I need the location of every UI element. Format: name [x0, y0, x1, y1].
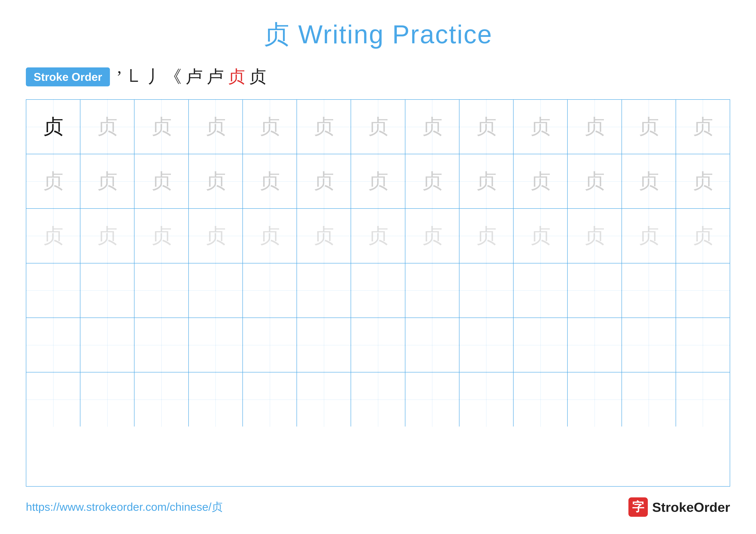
grid-cell-r4c2[interactable] — [80, 264, 134, 318]
stroke-4: 卢 — [186, 65, 203, 89]
grid-row-3: 贞 贞 贞 贞 贞 贞 贞 贞 贞 贞 贞 贞 贞 — [26, 209, 730, 263]
page-title: 贞 Writing Practice — [263, 17, 493, 52]
page-container: 贞 Writing Practice Stroke Order ’ ㇄ 丿《 卢… — [0, 0, 756, 534]
grid-cell-r4c4[interactable] — [189, 264, 243, 318]
grid-row-1: 贞 贞 贞 贞 贞 贞 贞 贞 贞 贞 贞 贞 贞 — [26, 100, 730, 154]
grid-cell-r3c13: 贞 — [676, 209, 730, 263]
grid-cell-r1c5: 贞 — [243, 100, 297, 154]
char-dark: 贞 — [43, 116, 63, 137]
grid-cell-r4c13[interactable] — [676, 264, 730, 318]
grid-cell-r6c3[interactable] — [134, 372, 189, 426]
title-text: Writing Practice — [290, 20, 493, 49]
grid-cell-r4c5[interactable] — [243, 264, 297, 318]
stroke-6: 贞 — [228, 65, 245, 89]
grid-cell-r3c6: 贞 — [297, 209, 351, 263]
grid-cell-r5c11[interactable] — [568, 318, 622, 372]
grid-cell-r3c11: 贞 — [568, 209, 622, 263]
grid-cell-r3c4: 贞 — [189, 209, 243, 263]
title-char: 贞 — [263, 20, 290, 49]
grid-cell-r1c12: 贞 — [622, 100, 676, 154]
grid-cell-r5c10[interactable] — [514, 318, 568, 372]
grid-cell-r6c13[interactable] — [676, 372, 730, 426]
grid-row-5 — [26, 318, 730, 372]
grid-cell-r5c9[interactable] — [459, 318, 514, 372]
grid-cell-r6c8[interactable] — [405, 372, 459, 426]
grid-cell-r4c9[interactable] — [459, 264, 514, 318]
grid-cell-r5c12[interactable] — [622, 318, 676, 372]
grid-cell-r1c7: 贞 — [351, 100, 405, 154]
stroke-7: 贞 — [249, 65, 266, 89]
grid-cell-r6c1[interactable] — [26, 372, 80, 426]
grid-cell-r4c12[interactable] — [622, 264, 676, 318]
grid-cell-r4c7[interactable] — [351, 264, 405, 318]
grid-cell-r4c10[interactable] — [514, 264, 568, 318]
logo-text: StrokeOrder — [652, 499, 730, 515]
stroke-3: 丿《 — [147, 65, 182, 89]
grid-cell-r6c7[interactable] — [351, 372, 405, 426]
grid-cell-r2c2: 贞 — [80, 154, 134, 208]
grid-cell-r1c10: 贞 — [514, 100, 568, 154]
grid-cell-r4c11[interactable] — [568, 264, 622, 318]
grid-cell-r5c2[interactable] — [80, 318, 134, 372]
grid-cell-r3c8: 贞 — [405, 209, 459, 263]
grid-cell-r5c4[interactable] — [189, 318, 243, 372]
grid-cell-r1c9: 贞 — [459, 100, 514, 154]
grid-cell-r3c3: 贞 — [134, 209, 189, 263]
grid-cell-r6c11[interactable] — [568, 372, 622, 426]
grid-cell-r2c7: 贞 — [351, 154, 405, 208]
practice-grid: 贞 贞 贞 贞 贞 贞 贞 贞 贞 贞 贞 贞 贞 贞 贞 贞 贞 贞 贞 贞 … — [26, 99, 730, 487]
stroke-order-badge: Stroke Order — [26, 67, 110, 87]
grid-cell-r4c6[interactable] — [297, 264, 351, 318]
grid-cell-r4c8[interactable] — [405, 264, 459, 318]
grid-cell-r1c8: 贞 — [405, 100, 459, 154]
grid-cell-r1c6: 贞 — [297, 100, 351, 154]
footer: https://www.strokeorder.com/chinese/贞 字 … — [26, 487, 730, 517]
grid-cell-r3c10: 贞 — [514, 209, 568, 263]
grid-cell-r2c12: 贞 — [622, 154, 676, 208]
grid-cell-r1c11: 贞 — [568, 100, 622, 154]
grid-cell-r5c7[interactable] — [351, 318, 405, 372]
grid-cell-r6c5[interactable] — [243, 372, 297, 426]
grid-cell-r5c13[interactable] — [676, 318, 730, 372]
grid-cell-r1c4: 贞 — [189, 100, 243, 154]
grid-cell-r3c5: 贞 — [243, 209, 297, 263]
grid-cell-r3c12: 贞 — [622, 209, 676, 263]
grid-cell-r3c9: 贞 — [459, 209, 514, 263]
grid-cell-r1c2: 贞 — [80, 100, 134, 154]
grid-cell-r5c8[interactable] — [405, 318, 459, 372]
grid-row-2: 贞 贞 贞 贞 贞 贞 贞 贞 贞 贞 贞 贞 贞 — [26, 154, 730, 209]
grid-row-4 — [26, 264, 730, 318]
grid-cell-r4c3[interactable] — [134, 264, 189, 318]
grid-cell-r6c9[interactable] — [459, 372, 514, 426]
grid-cell-r6c2[interactable] — [80, 372, 134, 426]
stroke-5: 卢​ — [207, 65, 224, 89]
grid-cell-r2c13: 贞 — [676, 154, 730, 208]
stroke-1: ’ — [116, 67, 122, 87]
grid-cell-r5c6[interactable] — [297, 318, 351, 372]
grid-cell-r4c1[interactable] — [26, 264, 80, 318]
footer-url[interactable]: https://www.strokeorder.com/chinese/贞 — [26, 499, 223, 515]
grid-cell-r1c13: 贞 — [676, 100, 730, 154]
grid-cell-r2c5: 贞 — [243, 154, 297, 208]
grid-cell-r2c9: 贞 — [459, 154, 514, 208]
grid-cell-r2c11: 贞 — [568, 154, 622, 208]
grid-row-6 — [26, 372, 730, 426]
stroke-order-row: Stroke Order ’ ㇄ 丿《 卢 卢​ 贞 贞 — [26, 65, 730, 89]
grid-cell-r2c3: 贞 — [134, 154, 189, 208]
grid-cell-r6c10[interactable] — [514, 372, 568, 426]
grid-cell-r5c1[interactable] — [26, 318, 80, 372]
grid-cell-r6c6[interactable] — [297, 372, 351, 426]
stroke-sequence: ’ ㇄ 丿《 卢 卢​ 贞 贞 — [116, 65, 266, 89]
grid-cell-r2c10: 贞 — [514, 154, 568, 208]
footer-logo: 字 StrokeOrder — [629, 497, 730, 517]
grid-cell-r1c3: 贞 — [134, 100, 189, 154]
grid-cell-r6c12[interactable] — [622, 372, 676, 426]
grid-cell-r1c1: 贞 — [26, 100, 80, 154]
grid-cell-r6c4[interactable] — [189, 372, 243, 426]
grid-cell-r3c7: 贞 — [351, 209, 405, 263]
grid-cell-r5c5[interactable] — [243, 318, 297, 372]
grid-cell-r2c6: 贞 — [297, 154, 351, 208]
grid-cell-r3c2: 贞 — [80, 209, 134, 263]
grid-cell-r5c3[interactable] — [134, 318, 189, 372]
grid-cell-r2c8: 贞 — [405, 154, 459, 208]
